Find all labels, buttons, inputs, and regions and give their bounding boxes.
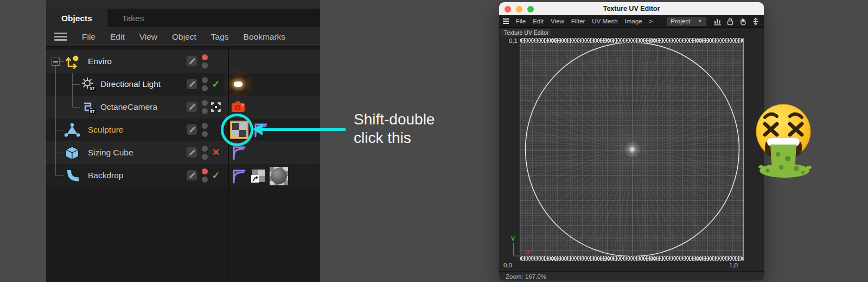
object-name[interactable]: Backdrop: [88, 164, 123, 187]
menu-view[interactable]: View: [139, 32, 157, 42]
texture-uv-editor-window: Texture UV Editor File Edit View Filter …: [499, 2, 764, 280]
uv-coord-top-left: 0,1: [505, 37, 518, 44]
uv-panel-tab-label[interactable]: Texture UV Editor: [501, 29, 551, 36]
visibility-dot-viewport[interactable]: [202, 168, 208, 174]
edit-toggle-icon[interactable]: [187, 79, 197, 89]
chevron-down-icon: ▼: [698, 17, 703, 26]
object-name[interactable]: Enviro: [88, 50, 112, 73]
annotation-line-2: click this: [354, 129, 435, 147]
table-row-backdrop[interactable]: Backdrop ✓: [46, 164, 320, 187]
zoom-button[interactable]: [527, 6, 534, 12]
annotation-arrow-line: [262, 128, 346, 131]
object-name[interactable]: Sizing Cube: [88, 141, 133, 164]
tree-line: [56, 176, 64, 176]
uv-ruler-top: [520, 38, 743, 43]
focus-brackets-icon[interactable]: [210, 96, 222, 118]
tree-line: [56, 153, 64, 153]
window-title-bar[interactable]: Texture UV Editor: [499, 2, 764, 15]
uv-menu-uv-mesh[interactable]: UV Mesh: [592, 18, 617, 24]
uv-ruler-bottom: [520, 256, 743, 261]
compositing-tag-icon[interactable]: [250, 167, 267, 185]
table-row-enviro[interactable]: Enviro: [46, 50, 320, 73]
object-name[interactable]: OctaneCamera: [100, 96, 157, 118]
disabled-cross-icon[interactable]: ✕: [210, 141, 222, 164]
lock-icon[interactable]: [726, 17, 734, 26]
object-tree: Enviro ST Directional Light ✓: [46, 47, 320, 282]
table-row-directional-light[interactable]: ST Directional Light ✓: [46, 73, 320, 96]
hand-pan-icon[interactable]: [739, 17, 747, 26]
uv-canvas[interactable]: [520, 38, 744, 261]
enabled-check-icon[interactable]: ✓: [210, 164, 222, 187]
visibility-dot-viewport[interactable]: [202, 77, 208, 83]
backdrop-object-icon: [64, 167, 80, 184]
project-dropdown[interactable]: Project ▼: [667, 17, 706, 26]
table-row-octanecamera[interactable]: ST OctaneCamera: [46, 96, 320, 118]
hamburger-menu-icon[interactable]: [54, 33, 67, 41]
uv-menu-image[interactable]: Image: [625, 18, 642, 24]
visibility-dot-render[interactable]: [202, 85, 208, 91]
tree-line: [56, 130, 64, 130]
visibility-dot-render[interactable]: [202, 108, 208, 114]
panel-top-strip: [46, 0, 320, 9]
enabled-check-icon[interactable]: ✓: [210, 73, 222, 96]
uv-menu-file[interactable]: File: [516, 18, 526, 24]
edit-toggle-icon[interactable]: [187, 124, 197, 135]
menu-overflow-chevron[interactable]: >: [649, 18, 653, 24]
objects-manager-panel: Objects Takes File Edit View Object Tags…: [46, 0, 320, 282]
cube-object-icon: [64, 145, 80, 161]
collapse-toggle-icon[interactable]: [52, 58, 60, 66]
menu-edit[interactable]: Edit: [110, 32, 125, 42]
status-bar: Zoom: 167.0%: [499, 272, 764, 280]
phong-tag-icon[interactable]: [229, 167, 247, 185]
menu-bookmarks[interactable]: Bookmarks: [244, 32, 286, 42]
close-button[interactable]: [505, 6, 511, 12]
visibility-dot-render[interactable]: [202, 62, 208, 68]
svg-text:ST: ST: [90, 110, 95, 114]
hamburger-menu-icon[interactable]: [503, 18, 509, 24]
visibility-dot-viewport[interactable]: [202, 146, 208, 152]
menu-file[interactable]: File: [82, 32, 95, 42]
material-tag-icon[interactable]: [270, 167, 288, 185]
axis-v-label: V: [511, 235, 515, 242]
table-row-sizing-cube[interactable]: Sizing Cube ✕: [46, 141, 320, 164]
annotation-text: Shift-double click this: [354, 110, 435, 147]
object-name[interactable]: Sculpture: [88, 118, 123, 141]
visibility-dot-render[interactable]: [202, 131, 208, 137]
menu-tags[interactable]: Tags: [211, 32, 229, 42]
annotation-arrowhead: [252, 123, 263, 135]
object-name[interactable]: Directional Light: [100, 73, 161, 96]
visibility-dot-render[interactable]: [202, 177, 208, 183]
visibility-dot-viewport[interactable]: [202, 54, 208, 60]
uv-menu-edit[interactable]: Edit: [533, 18, 544, 24]
uv-menu-view[interactable]: View: [551, 18, 564, 24]
uv-menu-filter[interactable]: Filter: [571, 18, 585, 24]
visibility-dot-viewport[interactable]: [202, 100, 208, 106]
menu-object[interactable]: Object: [172, 32, 196, 42]
edit-toggle-icon[interactable]: [187, 147, 197, 158]
tab-objects[interactable]: Objects: [46, 9, 107, 27]
minimize-button[interactable]: [516, 6, 522, 12]
histogram-icon[interactable]: [713, 17, 722, 26]
light-tag-icon[interactable]: [229, 76, 247, 93]
camera-object-icon: ST: [80, 99, 97, 115]
uv-grid: [520, 38, 744, 261]
uv-coord-bottom-left: 0,0: [503, 262, 512, 268]
light-object-icon: ST: [80, 76, 97, 92]
fit-vertical-icon[interactable]: [752, 17, 760, 26]
edit-toggle-icon[interactable]: [187, 170, 197, 180]
edit-toggle-icon[interactable]: [187, 56, 197, 66]
tree-line: [73, 107, 80, 108]
visibility-dot-viewport[interactable]: [202, 123, 208, 129]
phong-tag-icon[interactable]: [229, 144, 247, 161]
axis-v-line: [513, 243, 514, 256]
null-object-icon: [64, 53, 80, 70]
highlight-circle: [221, 114, 253, 146]
tab-takes[interactable]: Takes: [116, 9, 151, 27]
tree-line: [73, 84, 80, 85]
uv-menu-bar: File Edit View Filter UV Mesh Image > Pr…: [499, 15, 764, 28]
annotation-line-1: Shift-double: [354, 110, 435, 129]
tree-line: [55, 66, 56, 176]
visibility-dot-render[interactable]: [202, 154, 208, 160]
tree-line: [72, 73, 73, 107]
edit-toggle-icon[interactable]: [187, 102, 197, 112]
